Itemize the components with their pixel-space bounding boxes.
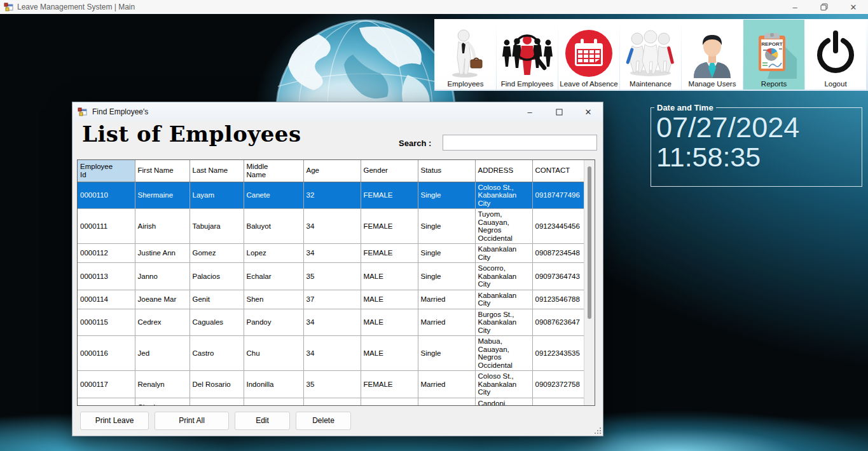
time-value: 11:58:35 <box>651 142 862 172</box>
table-cell: Indonilla <box>244 371 303 398</box>
table-cell: 09123546788 <box>532 290 584 309</box>
toolbar-button-logout[interactable]: Logout <box>805 20 866 90</box>
column-header[interactable]: ADDRESS <box>475 160 532 182</box>
table-row[interactable]: 0000115CedrexCagualesPandoy34MALEMarried… <box>78 309 584 336</box>
toolbar-label: Find Employees <box>501 80 553 88</box>
table-cell: 09087623647 <box>532 309 584 336</box>
table-cell: FEMALE <box>361 371 418 398</box>
table-row[interactable]: 0000112Justine AnnGomezLopez34FEMALESing… <box>78 244 584 263</box>
column-header[interactable]: Last Name <box>189 160 244 182</box>
table-cell: Single <box>418 182 475 209</box>
child-minimize-button[interactable]: – <box>515 102 544 121</box>
table-cell: 34 <box>303 309 361 336</box>
main-close-button[interactable]: ✕ <box>839 0 868 14</box>
table-cell: Genit <box>189 290 244 309</box>
main-restore-button[interactable] <box>809 0 839 14</box>
user-avatar-icon <box>687 27 737 80</box>
table-header-row: Employee IdFirst NameLast NameMiddle Nam… <box>78 160 584 182</box>
column-header[interactable]: First Name <box>135 160 189 182</box>
table-cell: Joeane Mar <box>135 290 189 309</box>
table-cell: MALE <box>361 263 418 290</box>
table-cell: Kabankalan City <box>475 290 532 309</box>
table-cell: Cedrex <box>135 309 189 336</box>
print-leave-button[interactable]: Print Leave <box>80 412 149 430</box>
table-cell: 09097364743 <box>532 263 584 290</box>
toolbar-button-employees[interactable]: Employees <box>435 20 496 90</box>
print-all-button[interactable]: Print All <box>155 412 229 430</box>
toolbar-button-manage-users[interactable]: Manage Users <box>682 20 743 90</box>
table-cell: Candoni, Negros Occidental <box>475 398 532 405</box>
vertical-scrollbar[interactable] <box>584 160 595 405</box>
search-input[interactable] <box>443 135 597 151</box>
report-clipboard-icon: REPORT <box>748 27 799 80</box>
table-cell: Burgos St., Kabankalan City <box>475 309 532 336</box>
column-header[interactable]: CONTACT <box>532 160 584 182</box>
table-cell: Echalar <box>244 263 303 290</box>
table-row[interactable]: 0000119Charlene PrincessConsorteRivas33F… <box>78 398 584 405</box>
table-cell: 09122343535 <box>532 336 584 371</box>
main-titlebar: Leave Management System | Main – ✕ <box>0 0 868 14</box>
table-cell: Caguales <box>189 309 244 336</box>
find-employees-window: Find Employee's – ✕ List of Employees Se… <box>72 102 603 436</box>
table-cell: Del Rosario <box>189 371 244 398</box>
column-header[interactable]: Age <box>303 160 361 182</box>
restore-icon <box>820 3 828 11</box>
table-cell: Mabua, Cauayan, Negros Occidental <box>475 336 532 371</box>
toolbar-label: Logout <box>824 80 846 88</box>
table-cell: MALE <box>361 290 418 309</box>
resize-grip[interactable] <box>593 426 602 434</box>
main-minimize-button[interactable]: – <box>780 0 809 14</box>
table-cell: 0000116 <box>78 336 135 371</box>
table-cell: Gomez <box>189 244 244 263</box>
scrollbar-thumb[interactable] <box>588 166 591 319</box>
table-cell: FEMALE <box>361 182 418 209</box>
table-cell: 09092372758 <box>532 371 584 398</box>
table-cell: 0000113 <box>78 263 135 290</box>
toolbar-button-maintenance[interactable]: Maintenance <box>620 20 681 90</box>
table-cell: Married <box>418 290 475 309</box>
search-label: Search : <box>399 138 431 148</box>
table-row[interactable]: 0000114Joeane MarGenitShen37MALEMarriedK… <box>78 290 584 309</box>
table-cell: Single <box>418 209 475 244</box>
table-cell: Palacios <box>189 263 244 290</box>
table-row[interactable]: 0000113JannoPalaciosEchalar35MALESingleS… <box>78 263 584 290</box>
column-header[interactable]: Employee Id <box>78 160 135 182</box>
child-close-button[interactable]: ✕ <box>574 102 603 121</box>
child-maximize-button[interactable] <box>544 102 574 121</box>
child-titlebar[interactable]: Find Employee's – ✕ <box>72 102 603 121</box>
table-cell: Layam <box>189 182 244 209</box>
table-cell: Coloso St., Kabankalan City <box>475 371 532 398</box>
table-cell: 34 <box>303 336 361 371</box>
table-cell: Charlene Princess <box>135 398 189 405</box>
maximize-icon <box>556 109 563 116</box>
table-cell: 0000115 <box>78 309 135 336</box>
table-cell: Lopez <box>244 244 303 263</box>
main-toolbar: Employees <box>434 19 868 91</box>
toolbar-button-leave-of-absence[interactable]: Leave of Absence <box>558 20 619 90</box>
table-cell: Shermaine <box>135 182 189 209</box>
table-row[interactable]: 0000117RenalynDel RosarioIndonilla35FEMA… <box>78 371 584 398</box>
table-row[interactable]: 0000111AirishTabujaraBaluyot34FEMALESing… <box>78 209 584 244</box>
table-cell: Airish <box>135 209 189 244</box>
table-cell: 0000111 <box>78 209 135 244</box>
delete-button[interactable]: Delete <box>296 412 351 430</box>
column-header[interactable]: Middle Name <box>244 160 303 182</box>
table-row[interactable]: 0000116JedCastroChu34MALESingleMabua, Ca… <box>78 336 584 371</box>
table-cell: 33 <box>303 398 361 405</box>
toolbar-label: Employees <box>448 80 484 88</box>
toolbar-button-reports[interactable]: REPORT Reports <box>743 20 804 90</box>
main-window-title: Leave Management System | Main <box>17 3 135 11</box>
table-cell: Coloso St., Kabankalan City <box>475 182 532 209</box>
edit-button[interactable]: Edit <box>235 412 290 430</box>
table-cell: Renalyn <box>135 371 189 398</box>
toolbar-label: Reports <box>761 80 787 88</box>
column-header[interactable]: Status <box>418 160 475 182</box>
power-icon <box>813 27 858 80</box>
table-cell: FEMALE <box>361 398 418 405</box>
table-cell: Kabankalan City <box>475 244 532 263</box>
toolbar-button-find-employees[interactable]: Find Employees <box>497 20 558 90</box>
column-header[interactable]: Gender <box>361 160 418 182</box>
table-cell: Castro <box>189 336 244 371</box>
table-cell: 09123445456 <box>532 209 584 244</box>
table-row[interactable]: 0000110ShermaineLayamCanete32FEMALESingl… <box>78 182 584 209</box>
